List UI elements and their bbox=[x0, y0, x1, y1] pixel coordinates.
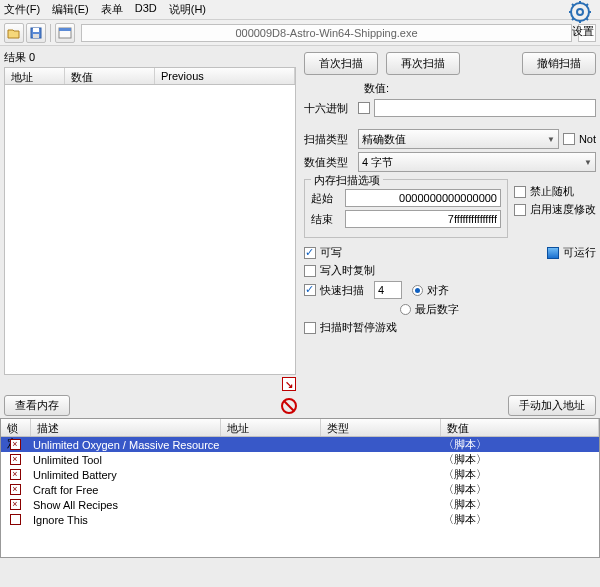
lock-cell[interactable]: × bbox=[1, 454, 29, 465]
svg-line-14 bbox=[586, 4, 588, 6]
no-random-checkbox[interactable] bbox=[514, 186, 526, 198]
th-addr[interactable]: 地址 bbox=[221, 419, 321, 436]
results-header: 地址 数值 Previous bbox=[4, 67, 296, 85]
col-prev[interactable]: Previous bbox=[155, 68, 295, 84]
menu-file[interactable]: 文件(F) bbox=[4, 2, 40, 17]
start-addr-input[interactable] bbox=[345, 189, 501, 207]
lock-cell[interactable]: × bbox=[1, 484, 29, 495]
first-scan-button[interactable]: 首次扫描 bbox=[304, 52, 378, 75]
th-desc[interactable]: 描述 bbox=[31, 419, 221, 436]
menu-help[interactable]: 说明(H) bbox=[169, 2, 206, 17]
value-cell: 脚本 bbox=[439, 497, 599, 512]
results-panel: 结果 0 地址 数值 Previous ↘ bbox=[0, 46, 300, 393]
col-addr[interactable]: 地址 bbox=[5, 68, 65, 84]
scan-type-select[interactable]: 精确数值▼ bbox=[358, 129, 559, 149]
svg-line-11 bbox=[572, 4, 574, 6]
aligned-radio[interactable] bbox=[412, 285, 423, 296]
next-scan-button[interactable]: 再次扫描 bbox=[386, 52, 460, 75]
no-random-label: 禁止随机 bbox=[530, 184, 574, 199]
not-checkbox[interactable] bbox=[563, 133, 575, 145]
results-count: 结果 0 bbox=[4, 48, 296, 67]
hex-label: 十六进制 bbox=[304, 101, 354, 116]
table-row[interactable]: ×Unlimited Battery脚本 bbox=[1, 467, 599, 482]
table-row[interactable]: ×Ignore This脚本 bbox=[1, 512, 599, 527]
menubar: 文件(F) 编辑(E) 表单 D3D 说明(H) bbox=[0, 0, 600, 20]
results-list[interactable] bbox=[4, 85, 296, 375]
lock-cell[interactable]: × bbox=[1, 514, 29, 525]
desc-cell: Unlimited Battery bbox=[29, 469, 219, 481]
lastdigit-radio[interactable] bbox=[400, 304, 411, 315]
speedhack-label: 启用速度修改 bbox=[530, 202, 596, 217]
open-button[interactable] bbox=[4, 23, 24, 43]
chevron-down-icon: ▼ bbox=[584, 158, 592, 167]
memory-options-group: 内存扫描选项 起始 结束 bbox=[304, 179, 508, 238]
value-cell: 脚本 bbox=[439, 452, 599, 467]
cheat-table-body[interactable]: ×Unlimited Oxygen / Massive Resources脚本×… bbox=[1, 437, 599, 557]
not-label: Not bbox=[579, 133, 596, 145]
table-row[interactable]: ×Unlimited Oxygen / Massive Resources脚本 bbox=[1, 437, 599, 452]
svg-line-12 bbox=[586, 18, 588, 20]
start-label: 起始 bbox=[311, 191, 341, 206]
menu-table[interactable]: 表单 bbox=[101, 2, 123, 17]
value-type-label: 数值类型 bbox=[304, 155, 354, 170]
table-row[interactable]: ×Craft for Free脚本 bbox=[1, 482, 599, 497]
desc-cell: Show All Recipes bbox=[29, 499, 219, 511]
table-row[interactable]: ×Unlimited Tool脚本 bbox=[1, 452, 599, 467]
svg-point-6 bbox=[577, 9, 583, 15]
save-button[interactable] bbox=[26, 23, 46, 43]
cheat-table-header: 锁定 描述 地址 类型 数值 bbox=[1, 419, 599, 437]
lock-cell[interactable]: × bbox=[1, 499, 29, 510]
copyonwrite-checkbox[interactable] bbox=[304, 265, 316, 277]
runnable-label: 可运行 bbox=[563, 245, 596, 260]
aligned-label: 对齐 bbox=[427, 283, 449, 298]
add-to-list-icon[interactable]: ↘ bbox=[282, 377, 296, 391]
end-label: 结束 bbox=[311, 212, 341, 227]
manual-add-button[interactable]: 手动加入地址 bbox=[508, 395, 596, 416]
main-panel: 结果 0 地址 数值 Previous ↘ 首次扫描 再次扫描 撤销扫描 数值:… bbox=[0, 46, 600, 393]
desc-cell: Unlimited Oxygen / Massive Resources bbox=[29, 439, 219, 451]
desc-cell: Craft for Free bbox=[29, 484, 219, 496]
hex-checkbox[interactable] bbox=[358, 102, 370, 114]
th-type[interactable]: 类型 bbox=[321, 419, 441, 436]
writable-label: 可写 bbox=[320, 245, 342, 260]
view-memory-button[interactable]: 查看内存 bbox=[4, 395, 70, 416]
svg-rect-2 bbox=[33, 34, 39, 38]
th-value[interactable]: 数值 bbox=[441, 419, 599, 436]
col-value[interactable]: 数值 bbox=[65, 68, 155, 84]
settings-label[interactable]: 设置 bbox=[568, 24, 598, 39]
desc-cell: Ignore This bbox=[29, 514, 219, 526]
end-addr-input[interactable] bbox=[345, 210, 501, 228]
value-cell: 脚本 bbox=[439, 512, 599, 527]
pause-label: 扫描时暂停游戏 bbox=[320, 320, 397, 335]
runnable-icon[interactable] bbox=[547, 247, 559, 259]
value-cell: 脚本 bbox=[439, 482, 599, 497]
settings-icon[interactable] bbox=[568, 0, 592, 24]
table-row[interactable]: ×Show All Recipes脚本 bbox=[1, 497, 599, 512]
writable-checkbox[interactable] bbox=[304, 247, 316, 259]
undo-scan-button[interactable]: 撤销扫描 bbox=[522, 52, 596, 75]
menu-edit[interactable]: 编辑(E) bbox=[52, 2, 89, 17]
scan-panel: 首次扫描 再次扫描 撤销扫描 数值: 十六进制 扫描类型 精确数值▼ Not 数… bbox=[300, 46, 600, 393]
pause-checkbox[interactable] bbox=[304, 322, 316, 334]
mid-toolbar: 查看内存 手动加入地址 bbox=[0, 393, 600, 418]
value-type-select[interactable]: 4 字节▼ bbox=[358, 152, 596, 172]
lock-cell[interactable]: × bbox=[1, 469, 29, 480]
value-input[interactable] bbox=[374, 99, 596, 117]
memory-options-label: 内存扫描选项 bbox=[311, 173, 383, 188]
value-cell: 脚本 bbox=[439, 467, 599, 482]
fastscan-input[interactable] bbox=[374, 281, 402, 299]
speedhack-checkbox[interactable] bbox=[514, 204, 526, 216]
scan-type-label: 扫描类型 bbox=[304, 132, 354, 147]
stop-icon[interactable] bbox=[281, 398, 297, 414]
select-process-button[interactable] bbox=[55, 23, 75, 43]
copyonwrite-label: 写入时复制 bbox=[320, 263, 375, 278]
menu-d3d[interactable]: D3D bbox=[135, 2, 157, 17]
lock-cell[interactable]: × bbox=[1, 439, 29, 450]
process-title: 000009D8-Astro-Win64-Shipping.exe bbox=[81, 24, 572, 42]
toolbar: 000009D8-Astro-Win64-Shipping.exe 设置 bbox=[0, 20, 600, 46]
fastscan-checkbox[interactable] bbox=[304, 284, 316, 296]
th-lock[interactable]: 锁定 bbox=[1, 419, 31, 436]
desc-cell: Unlimited Tool bbox=[29, 454, 219, 466]
fastscan-label: 快速扫描 bbox=[320, 283, 364, 298]
svg-rect-4 bbox=[59, 28, 71, 31]
